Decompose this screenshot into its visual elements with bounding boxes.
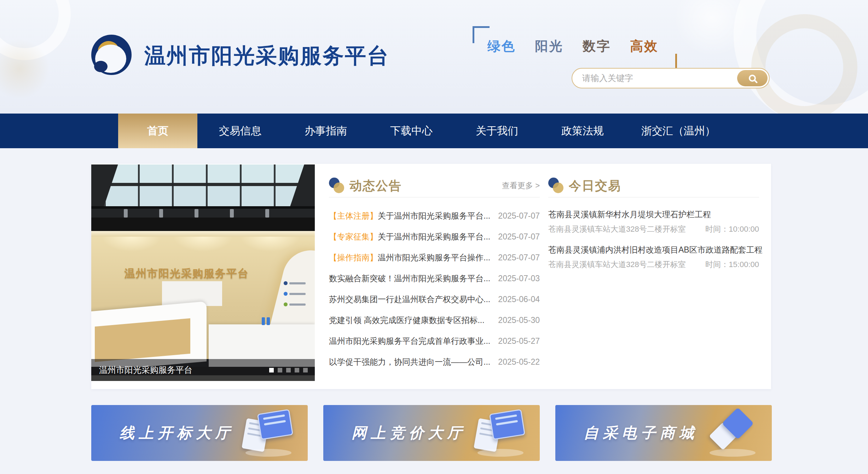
trade-item[interactable]: 苍南县灵溪镇新华村水月堤坝大理石护栏工程 苍南县灵溪镇车站大道328号二楼开标室… xyxy=(548,208,759,235)
slogan: 绿色 阳光 数字 高效 xyxy=(473,25,677,72)
carousel-dot[interactable] xyxy=(286,368,291,372)
hero-carousel[interactable]: 温州市阳光采购服务平台 温州市阳光采购服务平台 xyxy=(91,164,315,381)
news-item[interactable]: 党建引领 高效完成医疗健康数据专区招标... 2025-05-30 xyxy=(329,310,540,331)
photo-lamp xyxy=(265,209,269,218)
section-circles-icon xyxy=(329,178,345,194)
nav-item-about-us[interactable]: 关于我们 xyxy=(454,114,540,148)
slogan-word-green: 绿色 xyxy=(487,39,516,53)
banner-self-procurement-mall[interactable]: 自采电子商城 xyxy=(555,405,772,461)
news-more-link[interactable]: 查看更多 > xyxy=(502,180,540,191)
main-navbar: 首页 交易信息 办事指南 下载中心 关于我们 政策法规 浙交汇（温州） xyxy=(0,114,868,148)
photo-bottle xyxy=(262,317,265,325)
photo-light-track xyxy=(91,206,315,209)
nav-item-download-center[interactable]: 下载中心 xyxy=(369,114,454,148)
carousel-caption-bar: 温州市阳光采购服务平台 xyxy=(91,359,315,381)
trade-title: 苍南县灵溪镇浦内洪村旧村改造项目AB区市政道路配套工程 xyxy=(548,244,759,256)
banner-label: 自采电子商城 xyxy=(584,423,698,443)
carousel-dots xyxy=(269,368,308,372)
header-decoration xyxy=(751,14,857,114)
banner-illustration-cubes-icon xyxy=(706,409,759,457)
news-item-title: 温州市阳光采购服务平台操作... xyxy=(378,253,490,262)
trade-time: 时间：10:00:00 xyxy=(705,224,759,235)
news-item[interactable]: 数实融合新突破！温州市阳光采购服务平台... 2025-07-03 xyxy=(329,268,540,289)
banner-label: 线上开标大厅 xyxy=(120,423,234,443)
carousel-dot[interactable] xyxy=(303,368,308,372)
news-date: 2025-07-07 xyxy=(493,232,540,242)
nav-item-zhejiaohui[interactable]: 浙交汇（温州） xyxy=(625,114,731,148)
search-button[interactable] xyxy=(737,70,768,86)
trade-location: 苍南县灵溪镇车站大道328号二楼开标室 xyxy=(548,259,686,270)
photo-skylight xyxy=(104,164,304,206)
news-item-title: 党建引领 高效完成医疗健康数据专区招标... xyxy=(329,316,485,325)
news-date: 2025-07-03 xyxy=(493,274,540,283)
carousel-dot[interactable] xyxy=(295,368,299,372)
news-item[interactable]: 温州市阳光采购服务平台完成首单行政事业... 2025-05-27 xyxy=(329,331,540,352)
trade-item[interactable]: 苍南县灵溪镇浦内洪村旧村改造项目AB区市政道路配套工程 苍南县灵溪镇车站大道32… xyxy=(548,244,759,270)
trade-location: 苍南县灵溪镇车站大道328号二楼开标室 xyxy=(548,224,686,235)
news-item-title: 苏州交易集团一行赴温州联合产权交易中心... xyxy=(329,295,490,304)
photo-lamp xyxy=(159,209,163,218)
photo-bottle xyxy=(267,317,270,325)
search-icon xyxy=(749,75,756,82)
section-divider xyxy=(329,197,540,197)
wall-partner-logo xyxy=(284,292,306,296)
photo-lamp xyxy=(124,209,128,218)
news-date: 2025-05-22 xyxy=(493,357,540,367)
news-item[interactable]: 以学促干强能力，协同共进向一流——公司... 2025-05-22 xyxy=(329,352,540,372)
section-circles-icon xyxy=(548,178,565,194)
bracket-topleft-decoration xyxy=(473,26,490,43)
news-date: 2025-07-07 xyxy=(493,253,540,262)
news-tag: 【专家征集】 xyxy=(329,232,378,241)
news-list: 【主体注册】关于温州市阳光采购服务平台... 2025-07-07 【专家征集】… xyxy=(329,206,540,372)
news-section-title: 动态公告 xyxy=(349,178,402,194)
news-item[interactable]: 【操作指南】温州市阳光采购服务平台操作... 2025-07-07 xyxy=(329,247,540,268)
trade-time: 时间：15:00:00 xyxy=(705,259,759,270)
news-date: 2025-05-30 xyxy=(493,316,540,325)
site-logo[interactable] xyxy=(91,35,132,75)
carousel-dot[interactable] xyxy=(269,368,274,372)
nav-item-trade-info[interactable]: 交易信息 xyxy=(197,114,283,148)
news-item-title: 温州市阳光采购服务平台完成首单行政事业... xyxy=(329,336,490,346)
trades-section-title: 今日交易 xyxy=(569,178,621,194)
logo-navy-swirl xyxy=(94,61,108,72)
trade-title: 苍南县灵溪镇新华村水月堤坝大理石护栏工程 xyxy=(548,208,759,220)
banner-online-bid-opening-hall[interactable]: 线上开标大厅 xyxy=(91,405,308,461)
news-item[interactable]: 【专家征集】关于温州市阳光采购服务平台... 2025-07-07 xyxy=(329,226,540,247)
nav-item-service-guide[interactable]: 办事指南 xyxy=(283,114,369,148)
news-item-title: 数实融合新突破！温州市阳光采购服务平台... xyxy=(329,274,490,283)
slogan-word-sunshine: 阳光 xyxy=(535,39,563,53)
news-tag: 【主体注册】 xyxy=(329,211,378,220)
carousel-caption: 温州市阳光采购服务平台 xyxy=(99,364,192,376)
slogan-word-digital: 数字 xyxy=(583,39,611,53)
news-date: 2025-05-27 xyxy=(493,336,540,346)
content-panel: 温州市阳光采购服务平台 温州市阳光采购服务平台 xyxy=(91,164,771,389)
banner-illustration-monitor-icon xyxy=(242,409,295,457)
banner-online-bidding-hall[interactable]: 网上竞价大厅 xyxy=(323,405,540,461)
news-date: 2025-06-04 xyxy=(493,295,540,304)
header-decoration xyxy=(0,39,50,99)
header-decoration xyxy=(673,0,751,57)
photo-lamp xyxy=(230,209,234,218)
header-decoration xyxy=(0,0,71,60)
search-input[interactable] xyxy=(572,73,737,83)
news-date: 2025-07-07 xyxy=(493,211,540,221)
photo-desk-wood-panel xyxy=(95,318,190,362)
news-item[interactable]: 苏州交易集团一行赴温州联合产权交易中心... 2025-06-04 xyxy=(329,289,540,310)
news-item-title: 以学促干强能力，协同共进向一流——公司... xyxy=(329,357,490,366)
site-title: 温州市阳光采购服务平台 xyxy=(144,42,389,70)
banner-illustration-auction-icon xyxy=(474,409,527,457)
carousel-dot[interactable] xyxy=(278,368,282,372)
nav-item-policies[interactable]: 政策法规 xyxy=(540,114,625,148)
wall-partner-logo xyxy=(284,281,306,285)
news-item[interactable]: 【主体注册】关于温州市阳光采购服务平台... 2025-07-07 xyxy=(329,206,540,226)
page-header: 温州市阳光采购服务平台 绿色 阳光 数字 高效 xyxy=(0,0,868,114)
news-tag: 【操作指南】 xyxy=(329,253,378,262)
photo-glow-strip xyxy=(91,231,315,237)
trade-list: 苍南县灵溪镇新华村水月堤坝大理石护栏工程 苍南县灵溪镇车站大道328号二楼开标室… xyxy=(548,208,759,279)
search-box xyxy=(572,68,770,88)
section-divider xyxy=(548,197,759,197)
nav-item-home[interactable]: 首页 xyxy=(118,114,197,148)
wall-partner-logo xyxy=(284,302,306,306)
header-decoration xyxy=(734,0,868,114)
today-trades-section: 今日交易 苍南县灵溪镇新华村水月堤坝大理石护栏工程 苍南县灵溪镇车站大道328号… xyxy=(548,164,759,389)
